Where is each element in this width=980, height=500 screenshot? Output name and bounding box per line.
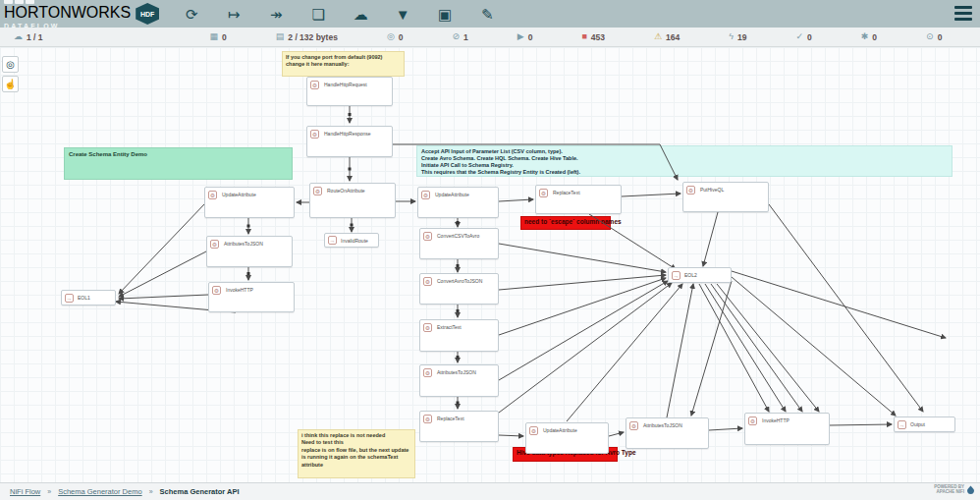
processor-icon: ⚙ bbox=[423, 323, 432, 332]
processor-name: ExtractText bbox=[437, 324, 462, 330]
processor-convertavrotojson-10[interactable]: ⚙ConvertAvroToJSON bbox=[419, 273, 499, 305]
status-queued-count: 2 / 132 bytes bbox=[288, 32, 338, 42]
input-port-icon: ↦ bbox=[228, 7, 241, 22]
pan-tool-button[interactable]: ☝ bbox=[2, 76, 19, 92]
processor-invokehttp-8[interactable]: ⚙InvokeHTTP bbox=[208, 282, 295, 312]
processor-handlehttprequest-0[interactable]: ⚙HandleHttpRequest bbox=[306, 77, 393, 106]
processor-name: RouteOnAttribute bbox=[327, 188, 365, 194]
disabled-icon: ϟ bbox=[729, 32, 734, 41]
breadcrumb-nifi-flow[interactable]: NiFi Flow bbox=[10, 487, 40, 496]
processor-icon: ⚙ bbox=[210, 240, 219, 249]
status-stale-count: 0 bbox=[938, 32, 943, 42]
flow-canvas[interactable]: ◎☝If you change port from default (9092)… bbox=[0, 47, 980, 482]
processor-invokehttp-16[interactable]: ⚙InvokeHTTP bbox=[744, 413, 830, 445]
port-invalidroute[interactable]: →InvalidRoute bbox=[324, 233, 379, 248]
port-name: Output bbox=[910, 421, 925, 427]
toolbar-funnel-button[interactable]: ▼ bbox=[392, 3, 413, 25]
status-stopped-groups: ▦0 bbox=[210, 32, 227, 42]
processor-icon: ⚙ bbox=[529, 426, 538, 435]
processor-routeonattribute-3[interactable]: ⚙RouteOnAttribute bbox=[309, 183, 396, 218]
powered-line2: APACHE NIFI bbox=[934, 490, 964, 495]
breadcrumb-schema-generator-demo[interactable]: Schema Generator Demo bbox=[58, 487, 141, 496]
nifi-app: HORTONWORKS DATAFLOW HDF ⟳↦↠❏☁▼▣✎ ☁1 / 1… bbox=[0, 0, 980, 500]
status-stopped-groups-count: 0 bbox=[222, 32, 227, 42]
processor-icon: ⚙ bbox=[539, 189, 548, 197]
processor-icon: ⚙ bbox=[423, 415, 432, 423]
processor-convertcsvtoavro-9[interactable]: ⚙ConvertCSVToAvro bbox=[419, 228, 499, 259]
processor-replacetext-13[interactable]: ⚙ReplaceText bbox=[419, 411, 499, 442]
remote-transmitting-stats-icon: ☁ bbox=[14, 32, 23, 41]
port-eol2[interactable]: →EOL2 bbox=[668, 267, 732, 283]
navigate-tool-button[interactable]: ◎ bbox=[2, 56, 19, 73]
status-disabled-count: 19 bbox=[737, 32, 746, 42]
status-stale: ⊙0 bbox=[926, 32, 942, 42]
port-output[interactable]: →Output bbox=[894, 417, 955, 432]
toolbar-processor-button[interactable]: ⟳ bbox=[181, 3, 202, 25]
processor-updateattribute-2[interactable]: ⚙UpdateAttribute bbox=[204, 187, 295, 218]
process-group-icon: ❏ bbox=[311, 7, 324, 22]
status-queued: ▤2 / 132 bytes bbox=[276, 32, 338, 42]
processor-attributestojson-15[interactable]: ⚙AttributesToJSON bbox=[626, 417, 709, 449]
processor-updateattribute-14[interactable]: ⚙UpdateAttribute bbox=[525, 422, 609, 454]
locally-modified-icon: ✱ bbox=[861, 32, 869, 41]
processor-icon: ⚙ bbox=[310, 81, 319, 89]
breadcrumb-separator: » bbox=[149, 488, 153, 495]
processor-name: PutHiveQL bbox=[700, 187, 724, 193]
status-transmitting-count: 0 bbox=[399, 32, 404, 42]
processor-name: InvokeHTTP bbox=[226, 287, 253, 293]
canvas-label-green-1[interactable]: Create Schema Entity Demo bbox=[64, 147, 293, 180]
processor-icon: ⚙ bbox=[310, 130, 319, 139]
stale-icon: ⊙ bbox=[926, 32, 934, 41]
canvas-label-sticky-5[interactable]: i think this replace is not needed Need … bbox=[298, 429, 415, 478]
template-icon: ▣ bbox=[438, 7, 452, 22]
status-stopped-count: 453 bbox=[591, 32, 605, 42]
port-icon: → bbox=[65, 294, 74, 303]
canvas-label-red-3[interactable]: need to `escape` column names bbox=[520, 216, 611, 230]
processor-name: HandleHttpResponse bbox=[324, 131, 371, 137]
port-eol1[interactable]: →EOL1 bbox=[61, 290, 116, 306]
toolbar-remote-process-group-button[interactable]: ☁ bbox=[350, 3, 371, 25]
processor-updateattribute-4[interactable]: ⚙UpdateAttribute bbox=[417, 187, 499, 218]
toolbar-template-button[interactable]: ▣ bbox=[434, 3, 456, 25]
breadcrumb: NiFi Flow»Schema Generator Demo»Schema G… bbox=[10, 487, 240, 496]
processor-attributestojson-7[interactable]: ⚙AttributesToJSON bbox=[206, 236, 293, 267]
processor-name: AttributesToJSON bbox=[643, 422, 682, 428]
processor-puthiveql-6[interactable]: ⚙PutHiveQL bbox=[682, 182, 769, 212]
global-menu-button[interactable] bbox=[954, 6, 972, 21]
pan-icon: ☝ bbox=[4, 79, 16, 89]
navigate-icon: ◎ bbox=[6, 59, 15, 70]
label-icon: ✎ bbox=[481, 7, 494, 22]
processor-name: AttributesToJSON bbox=[224, 241, 263, 247]
processor-name: ConvertCSVToAvro bbox=[437, 233, 479, 239]
canvas-label-sticky-0[interactable]: If you change port from default (9092) c… bbox=[282, 51, 405, 77]
stopped-groups-icon: ▦ bbox=[210, 32, 219, 41]
toolbar-process-group-button[interactable]: ❏ bbox=[307, 3, 329, 25]
processor-name: UpdateAttribute bbox=[222, 192, 256, 197]
footer-bar: NiFi Flow»Schema Generator Demo»Schema G… bbox=[0, 482, 980, 500]
processor-icon: ⚙ bbox=[423, 232, 432, 241]
processor-extracttext-11[interactable]: ⚙ExtractText bbox=[419, 319, 499, 352]
processor-attributestojson-12[interactable]: ⚙AttributesToJSON bbox=[419, 364, 499, 397]
canvas-label-cyan-2[interactable]: Accept API Input of Parameter List (CSV … bbox=[416, 145, 953, 177]
port-icon: → bbox=[328, 236, 337, 245]
status-not-transmitting: ⊘1 bbox=[452, 32, 467, 42]
queued-icon: ▤ bbox=[276, 32, 285, 41]
breadcrumb-schema-generator-api: Schema Generator API bbox=[160, 487, 240, 496]
invalid-icon: ⚠ bbox=[654, 32, 662, 41]
status-up-to-date-count: 0 bbox=[807, 32, 812, 42]
toolbar-output-port-button[interactable]: ↠ bbox=[265, 3, 287, 25]
processor-replacetext-5[interactable]: ⚙ReplaceText bbox=[535, 185, 622, 214]
status-disabled: ϟ19 bbox=[729, 32, 746, 42]
status-bar: ☁1 / 1▦0▤2 / 132 bytes◎0⊘1▶0■453⚠164ϟ19✓… bbox=[0, 28, 980, 47]
processor-name: UpdateAttribute bbox=[435, 192, 469, 197]
component-toolbar: ⟳↦↠❏☁▼▣✎ bbox=[181, 3, 498, 25]
processor-handlehttpresponse-1[interactable]: ⚙HandleHttpResponse bbox=[306, 126, 393, 157]
up-to-date-icon: ✓ bbox=[796, 32, 804, 41]
processor-icon: ⚙ bbox=[212, 286, 221, 295]
status-not-transmitting-count: 1 bbox=[463, 32, 468, 42]
header-bar: HORTONWORKS DATAFLOW HDF ⟳↦↠❏☁▼▣✎ bbox=[0, 0, 980, 28]
port-name: InvalidRoute bbox=[341, 238, 368, 244]
toolbar-label-button[interactable]: ✎ bbox=[476, 3, 498, 25]
hdf-badge: HDF bbox=[136, 3, 159, 25]
toolbar-input-port-button[interactable]: ↦ bbox=[223, 3, 245, 25]
